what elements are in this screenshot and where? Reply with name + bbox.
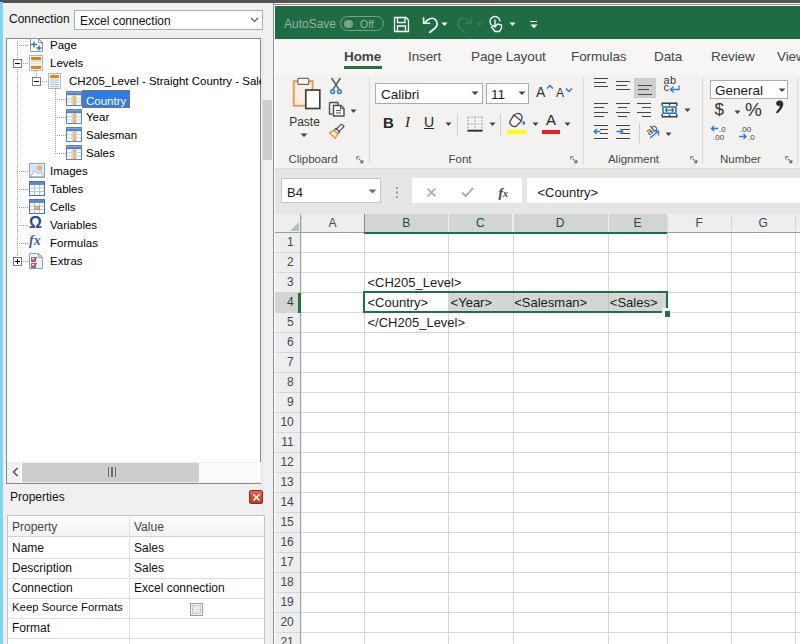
svg-text:.0: .0 <box>748 133 755 141</box>
svg-text:.00: .00 <box>713 133 725 141</box>
